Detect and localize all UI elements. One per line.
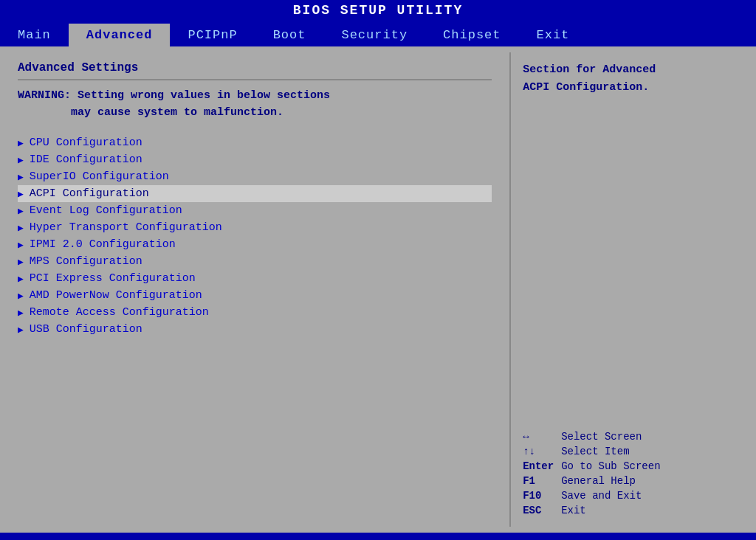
config-item-4[interactable]: ▶Event Log Configuration <box>18 202 492 219</box>
key-desc: Go to Sub Screen <box>561 460 660 472</box>
config-item-label-8: PCI Express Configuration <box>30 272 196 285</box>
key-row: ↔Select Screen <box>523 429 738 444</box>
menu-item-boot[interactable]: Boot <box>255 24 324 46</box>
key-desc: Save and Exit <box>561 490 642 502</box>
arrow-icon-10: ▶ <box>18 307 24 319</box>
config-item-9[interactable]: ▶AMD PowerNow Configuration <box>18 287 492 304</box>
key-help: ↔Select Screen↑↓Select ItemEnterGo to Su… <box>523 429 738 518</box>
config-item-10[interactable]: ▶Remote Access Configuration <box>18 304 492 321</box>
panel-divider <box>18 79 492 80</box>
key-name: Enter <box>523 460 555 472</box>
config-item-label-4: Event Log Configuration <box>30 204 182 217</box>
config-item-3[interactable]: ▶ACPI Configuration <box>18 185 492 202</box>
title-bar: BIOS SETUP UTILITY <box>0 0 756 21</box>
key-desc: Select Screen <box>561 431 642 443</box>
section-desc: Section for Advanced ACPI Configuration. <box>523 61 738 97</box>
config-item-label-7: MPS Configuration <box>30 255 142 268</box>
arrow-icon-9: ▶ <box>18 290 24 302</box>
key-row: F1General Help <box>523 474 738 488</box>
bottom-bar <box>0 533 756 540</box>
config-item-label-2: SuperIO Configuration <box>30 170 169 183</box>
arrow-icon-2: ▶ <box>18 171 24 183</box>
key-desc: Exit <box>561 505 586 516</box>
warning-text: WARNING: Setting wrong values in below s… <box>18 88 492 121</box>
arrow-icon-7: ▶ <box>18 256 24 268</box>
right-panel: Section for Advanced ACPI Configuration.… <box>509 52 750 527</box>
key-row: EnterGo to Sub Screen <box>523 459 738 474</box>
config-item-label-5: Hyper Transport Configuration <box>30 221 222 234</box>
config-item-label-1: IDE Configuration <box>30 153 142 166</box>
config-list: ▶CPU Configuration▶IDE Configuration▶Sup… <box>18 134 492 338</box>
config-item-5[interactable]: ▶Hyper Transport Configuration <box>18 219 492 236</box>
key-name: ↔ <box>523 431 555 443</box>
menu-item-security[interactable]: Security <box>323 24 425 46</box>
left-panel: Advanced Settings WARNING: Setting wrong… <box>6 52 504 527</box>
panel-title: Advanced Settings <box>18 61 492 75</box>
key-desc: General Help <box>561 475 636 487</box>
bios-container: BIOS SETUP UTILITY MainAdvancedPCIPnPBoo… <box>0 0 756 540</box>
config-item-label-6: IPMI 2.0 Configuration <box>30 238 176 251</box>
key-row: F10Save and Exit <box>523 488 738 503</box>
arrow-icon-8: ▶ <box>18 273 24 285</box>
menu-item-chipset[interactable]: Chipset <box>425 24 518 46</box>
config-item-7[interactable]: ▶MPS Configuration <box>18 253 492 270</box>
arrow-icon-1: ▶ <box>18 154 24 166</box>
config-item-label-11: USB Configuration <box>30 323 142 336</box>
config-item-6[interactable]: ▶IPMI 2.0 Configuration <box>18 236 492 253</box>
arrow-icon-4: ▶ <box>18 205 24 217</box>
menu-item-advanced[interactable]: Advanced <box>69 24 171 46</box>
config-item-11[interactable]: ▶USB Configuration <box>18 321 492 338</box>
config-item-0[interactable]: ▶CPU Configuration <box>18 134 492 151</box>
config-item-label-10: Remote Access Configuration <box>30 306 209 319</box>
arrow-icon-6: ▶ <box>18 239 24 251</box>
config-item-label-9: AMD PowerNow Configuration <box>30 289 202 302</box>
menu-bar: MainAdvancedPCIPnPBootSecurityChipsetExi… <box>0 21 756 46</box>
key-name: ↑↓ <box>523 446 555 457</box>
menu-item-main[interactable]: Main <box>0 24 69 46</box>
config-item-label-0: CPU Configuration <box>30 136 142 149</box>
menu-item-pcipnp[interactable]: PCIPnP <box>170 24 255 46</box>
config-item-label-3: ACPI Configuration <box>30 187 149 200</box>
config-item-1[interactable]: ▶IDE Configuration <box>18 151 492 168</box>
content-area: Advanced Settings WARNING: Setting wrong… <box>0 46 756 533</box>
key-name: ESC <box>523 505 555 516</box>
key-row: ↑↓Select Item <box>523 444 738 459</box>
config-item-2[interactable]: ▶SuperIO Configuration <box>18 168 492 185</box>
menu-item-exit[interactable]: Exit <box>519 24 588 46</box>
title-text: BIOS SETUP UTILITY <box>293 3 463 18</box>
key-row: ESCExit <box>523 503 738 518</box>
key-name: F10 <box>523 490 555 502</box>
key-desc: Select Item <box>561 446 629 457</box>
key-name: F1 <box>523 475 555 487</box>
arrow-icon-11: ▶ <box>18 324 24 336</box>
arrow-icon-0: ▶ <box>18 137 24 149</box>
arrow-icon-3: ▶ <box>18 188 24 200</box>
config-item-8[interactable]: ▶PCI Express Configuration <box>18 270 492 287</box>
arrow-icon-5: ▶ <box>18 222 24 234</box>
